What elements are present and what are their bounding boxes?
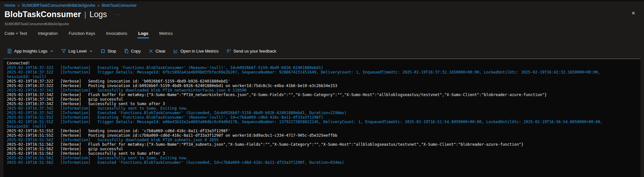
feedback-icon — [226, 49, 231, 54]
toolbar-button-send-us-your-feedback[interactable]: Send us your feedback — [224, 47, 279, 55]
resource-subtitle: SUMOBRTaskConsumerd64bb3e3gvuhe — [5, 22, 69, 26]
more-options-button[interactable]: ··· — [115, 12, 120, 17]
toolbar-button-log-level[interactable]: Log Level — [59, 47, 95, 55]
log-line: 2025-02-19T16:37:32Z [Information] Execu… — [7, 65, 637, 70]
chevron-down-icon — [89, 49, 93, 53]
page-title: BlobTaskConsumer — [5, 10, 81, 19]
window-top-edge — [0, 0, 644, 1]
tab-bar: Code + TestIntegrationFunction KeysInvoc… — [5, 31, 173, 38]
breadcrumb-link-sumobrtaskconsumerd64bb3e3gvuhe[interactable]: SUMOBRTaskConsumerd64bb3e3gvuhe — [22, 3, 95, 8]
stop-icon — [101, 49, 105, 54]
toolbar-button-stop[interactable]: Stop — [98, 47, 119, 55]
toolbar-button-label: Send us your feedback — [233, 49, 276, 54]
copy-icon — [124, 49, 129, 54]
toolbar-button-open-in-live-metrics[interactable]: Open in Live Metrics — [171, 47, 221, 55]
log-console[interactable]: Connected!2025-02-19T16:37:32Z [Informat… — [4, 59, 640, 177]
tab-logs[interactable]: Logs — [138, 31, 148, 38]
tab-invocations[interactable]: Invocations — [106, 31, 127, 38]
tab-code-test[interactable]: Code + Test — [5, 31, 27, 38]
toolbar: App Insights LogsLog LevelStopCopyClearO… — [5, 47, 279, 55]
toolbar-button-clear[interactable]: Clear — [146, 47, 168, 55]
toolbar-button-label: Log Level — [68, 49, 86, 54]
clear-icon — [149, 49, 153, 54]
filter-icon — [61, 49, 66, 54]
toolbar-button-label: App Insights Logs — [14, 49, 47, 54]
log-line: 2025-02-19T16:37:34Z [Information] Execu… — [7, 111, 637, 115]
toolbar-button-label: Open in Live Metrics — [180, 49, 219, 54]
log-line: 2025-02-19T16:51:56Z [Verbose] gzip succ… — [7, 147, 637, 151]
tab-function-keys[interactable]: Function Keys — [69, 31, 95, 38]
title-separator: | — [84, 10, 86, 19]
toolbar-button-app-insights-logs[interactable]: App Insights Logs — [5, 47, 56, 55]
app-insights-logs-icon — [7, 49, 12, 54]
toolbar-button-label: Copy — [131, 49, 141, 54]
log-line: 2025-02-19T16:37:34Z [Verbose] Flush buf… — [7, 93, 637, 97]
log-line: 2025-02-19T16:51:55Z [Verbose] Sending i… — [7, 129, 637, 133]
log-line: 2025-02-19T16:37:34Z [Information] Suces… — [7, 88, 637, 93]
log-line: 2025-02-19T16:51:55Z [Information] Execu… — [7, 115, 637, 120]
log-line: Connected! — [7, 61, 637, 65]
toolbar-button-copy[interactable]: Copy — [121, 47, 143, 55]
log-line: 2025-02-19T16:51:55Z [Information] Trigg… — [7, 120, 637, 129]
log-line: 2025-02-19T16:37:34Z [Information] Succe… — [7, 106, 637, 111]
close-icon[interactable]: ✕ — [630, 10, 637, 17]
breadcrumb-separator: > — [97, 4, 99, 7]
log-line: 2025-02-19T16:51:56Z [Information] Succe… — [7, 156, 637, 160]
live-metrics-icon — [173, 49, 178, 54]
log-line: 2025-02-19T16:37:32Z [Verbose] Posting i… — [7, 84, 637, 88]
breadcrumb-link-blobtaskconsumer[interactable]: BlobTaskConsumer — [102, 3, 137, 8]
toolbar-button-label: Stop — [108, 49, 116, 54]
tab-integration[interactable]: Integration — [38, 31, 58, 38]
breadcrumb: Home>SUMOBRTaskConsumerd64bb3e3gvuhe>Blo… — [5, 3, 137, 8]
log-line: 2025-02-19T16:51:56Z [Information] Suces… — [7, 138, 637, 142]
log-line: 2025-02-19T16:37:34Z [Verbose] Successfu… — [7, 102, 637, 106]
tab-metrics[interactable]: Metrics — [159, 31, 173, 38]
log-line: 2025-02-19T16:37:32Z [Verbose] Sending i… — [7, 79, 637, 84]
log-line: 2025-02-19T16:51:56Z [Verbose] Successfu… — [7, 151, 637, 156]
breadcrumb-link-home[interactable]: Home — [5, 3, 15, 8]
page-view-title: Logs — [90, 10, 107, 19]
log-line: 2025-02-19T16:51:55Z [Verbose] Posting i… — [7, 133, 637, 138]
page-header: BlobTaskConsumer | Logs ··· — [5, 10, 120, 19]
log-line: 2025-02-19T16:37:32Z [Information] Trigg… — [7, 70, 637, 79]
log-line: 2025-02-19T16:51:56Z [Information] Execu… — [7, 160, 637, 165]
chevron-down-icon — [50, 49, 53, 53]
log-line: 2025-02-19T16:51:56Z [Verbose] Flush buf… — [7, 142, 637, 147]
toolbar-button-label: Clear — [156, 49, 166, 54]
breadcrumb-separator: > — [17, 4, 19, 7]
log-line: 2025-02-19T16:37:34Z [Verbose] gzip succ… — [7, 97, 637, 102]
